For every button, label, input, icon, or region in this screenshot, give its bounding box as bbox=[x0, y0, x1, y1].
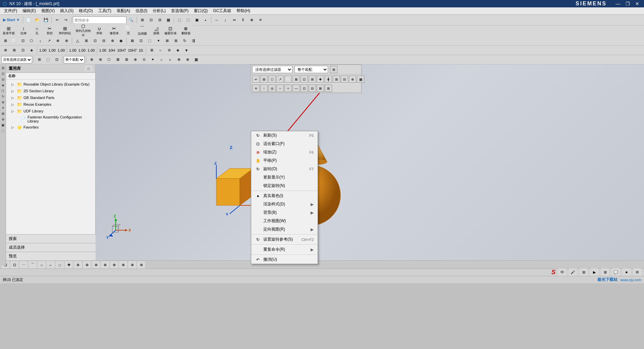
snap-btn14[interactable]: ⊕ bbox=[175, 56, 183, 64]
cm-set-rotate-ref[interactable]: ↻ 设置旋转参考(S) Ctrl+F2 bbox=[251, 235, 318, 244]
t3-b13[interactable]: ⊕ bbox=[108, 37, 116, 45]
t4-b6[interactable]: ○ bbox=[156, 46, 164, 54]
t4-b5[interactable]: ⊞ bbox=[148, 46, 156, 54]
snap-btn11[interactable]: ✦ bbox=[149, 56, 157, 64]
tb-icon7[interactable]: ▣ bbox=[193, 16, 201, 24]
t3-b18[interactable]: ✦ bbox=[154, 37, 162, 45]
tree-item-udf[interactable]: ▷ 📁 UDF Library bbox=[6, 108, 95, 114]
tb-icon3[interactable]: ⊟ bbox=[156, 16, 164, 24]
cm-zoom[interactable]: ⊕ 缩放(Z) F6 bbox=[251, 148, 318, 156]
bt-b16[interactable]: ⊕ bbox=[137, 261, 145, 269]
ft-r10[interactable]: ⊞ bbox=[333, 76, 340, 83]
left-icon-8[interactable]: ✦ bbox=[0, 105, 6, 110]
cm-render-style[interactable]: 渲染样式(D) ▶ bbox=[251, 200, 318, 208]
trim-btn[interactable]: ✂修剪体 bbox=[107, 23, 121, 38]
t4-b8[interactable]: ◈ bbox=[174, 46, 182, 54]
t3-b15[interactable]: ⊠ bbox=[128, 37, 136, 45]
member-panel[interactable]: 成员选择 ▼ bbox=[6, 243, 102, 252]
snap-btn15[interactable]: ⊗ bbox=[183, 56, 192, 64]
menu-assembly[interactable]: 装配(A) bbox=[114, 7, 133, 14]
snap-btn3[interactable]: ⊡ bbox=[53, 56, 61, 64]
bt-b6[interactable]: ⌐ bbox=[47, 261, 55, 269]
menu-edit[interactable]: 编辑(E) bbox=[20, 7, 39, 14]
left-icon-3[interactable]: ⊟ bbox=[0, 77, 6, 82]
tree-item-fastener[interactable]: 📄 Fastener Assembly Configuration Librar… bbox=[6, 114, 95, 124]
ft-r6[interactable]: ⊡ bbox=[301, 76, 308, 83]
open-btn[interactable]: 📂 bbox=[33, 16, 41, 24]
tree-item-favorites[interactable]: ▷ ⭐ Favorites bbox=[6, 124, 95, 131]
tb-icon6[interactable]: ⬚ bbox=[184, 16, 192, 24]
bt-b2[interactable]: ⊡ bbox=[10, 261, 18, 269]
ft-r3-6[interactable]: — bbox=[292, 85, 300, 92]
bt-b14[interactable]: ⊕ bbox=[119, 261, 127, 269]
array-feature-btn[interactable]: ⊞阵列特征 bbox=[56, 23, 74, 38]
snap-btn8[interactable]: ⊞ bbox=[122, 56, 130, 64]
t3-b6[interactable]: ↗ bbox=[45, 37, 53, 45]
menu-format[interactable]: 格式(O) bbox=[76, 7, 95, 14]
ft-assembly-select[interactable]: 整个装配 bbox=[294, 66, 328, 73]
ft-r3-2[interactable]: ↑ bbox=[260, 85, 268, 92]
bt-b5[interactable]: ○ bbox=[38, 261, 46, 269]
tb-icon12[interactable]: ⇕ bbox=[239, 16, 247, 24]
cm-repeat-cmd[interactable]: 重复命令(R) ▶ bbox=[251, 245, 318, 254]
t3-b21[interactable]: ↻ bbox=[180, 37, 189, 45]
ft-r4[interactable]: ⬜ bbox=[284, 76, 292, 83]
expand-favorites[interactable]: ▷ bbox=[11, 126, 15, 129]
left-icon-10[interactable]: ⊗ bbox=[0, 116, 6, 122]
t3-b2[interactable]: ⬜ bbox=[10, 37, 18, 45]
left-icon-7[interactable]: ⊕ bbox=[0, 99, 6, 105]
assembly-select[interactable]: 整个装配 bbox=[64, 56, 85, 63]
bt-b8[interactable]: ✚ bbox=[65, 261, 73, 269]
play-btn[interactable]: ▶ bbox=[590, 268, 598, 277]
bt-b3[interactable]: ⋯ bbox=[19, 261, 28, 269]
menu-insert[interactable]: 插入(S) bbox=[57, 7, 76, 14]
tree-item-2dsection[interactable]: ▷ 📁 2D Section Library bbox=[6, 88, 95, 94]
snap-btn16[interactable]: ▦ bbox=[192, 56, 200, 64]
ft-r3-7[interactable]: ⊡ bbox=[301, 85, 308, 92]
shell-btn[interactable]: ⬜壳 bbox=[122, 23, 134, 38]
ft-undo[interactable]: ↩ bbox=[252, 76, 260, 83]
left-icon-9[interactable]: ⊠ bbox=[0, 111, 6, 116]
viewport[interactable]: X Z Y Z X bbox=[96, 64, 644, 260]
save-btn[interactable]: 💾 bbox=[42, 16, 50, 24]
menu-window[interactable]: 窗口(Q) bbox=[191, 7, 210, 14]
ft-r12[interactable]: ⊕ bbox=[349, 76, 356, 83]
menu-view[interactable]: 视图(V) bbox=[39, 7, 57, 14]
t3-b22[interactable]: ⇶ bbox=[189, 37, 197, 45]
t3-b19[interactable]: ⊞ bbox=[163, 37, 171, 45]
t3-b8[interactable]: ⊗ bbox=[62, 37, 70, 45]
ft-r3-9[interactable]: ⊠ bbox=[317, 85, 324, 92]
remove-btn[interactable]: ⊗删除面 bbox=[178, 23, 193, 38]
ft-btn1[interactable]: ⊞ bbox=[330, 66, 337, 73]
menu-help[interactable]: 帮助(H) bbox=[234, 7, 253, 14]
menu-gctoolbox[interactable]: GC工具箱 bbox=[210, 7, 234, 14]
bt-b4[interactable]: ⌒ bbox=[29, 261, 37, 269]
ft-r3-10[interactable]: ⊞ bbox=[325, 85, 332, 92]
cm-work-view[interactable]: 工作视图(W) bbox=[251, 217, 318, 225]
tb-icon13[interactable]: ⊕ bbox=[248, 16, 256, 24]
tb-icon2[interactable]: ⊡ bbox=[147, 16, 155, 24]
sidebar-close-btn[interactable]: □ bbox=[85, 65, 93, 71]
redo-btn[interactable]: ↪ bbox=[62, 16, 70, 24]
union-btn[interactable]: ∪求和 bbox=[93, 23, 106, 38]
base-plane-btn[interactable]: ⊞基准平面 bbox=[1, 23, 16, 38]
cm-pan[interactable]: ✋ 平移(P) bbox=[251, 156, 318, 165]
left-icon-1[interactable]: ⊞ bbox=[0, 65, 6, 70]
t4-b2[interactable]: ⊞ bbox=[10, 46, 18, 54]
edge-blend-btn[interactable]: ⌒边倒圆 bbox=[135, 23, 150, 38]
left-icon-12[interactable]: ⬚ bbox=[0, 128, 6, 133]
t4-b4[interactable]: ◈ bbox=[28, 46, 36, 54]
left-icon-5[interactable]: ⬡ bbox=[0, 88, 6, 93]
cm-lock-rotate[interactable]: 锁定旋转(N) bbox=[251, 182, 318, 190]
ft-r3[interactable]: ↗ bbox=[276, 76, 284, 83]
snap-btn10[interactable]: ⊙ bbox=[140, 56, 148, 64]
region-btn[interactable]: ⊡偏置区域 bbox=[163, 23, 178, 38]
hole-btn[interactable]: ○孔 bbox=[31, 23, 43, 38]
expand-2dsection[interactable]: ▷ bbox=[11, 89, 15, 93]
menu-prefs[interactable]: 首选项(P) bbox=[168, 7, 191, 14]
ft-r3-4[interactable]: ○ bbox=[276, 85, 284, 92]
t4-b1[interactable]: ⊕ bbox=[1, 46, 9, 54]
snap-btn6[interactable]: ⬡ bbox=[105, 56, 113, 64]
snap-btn4[interactable]: ⊕ bbox=[88, 56, 96, 64]
t3-b16[interactable]: ⊡ bbox=[137, 37, 145, 45]
